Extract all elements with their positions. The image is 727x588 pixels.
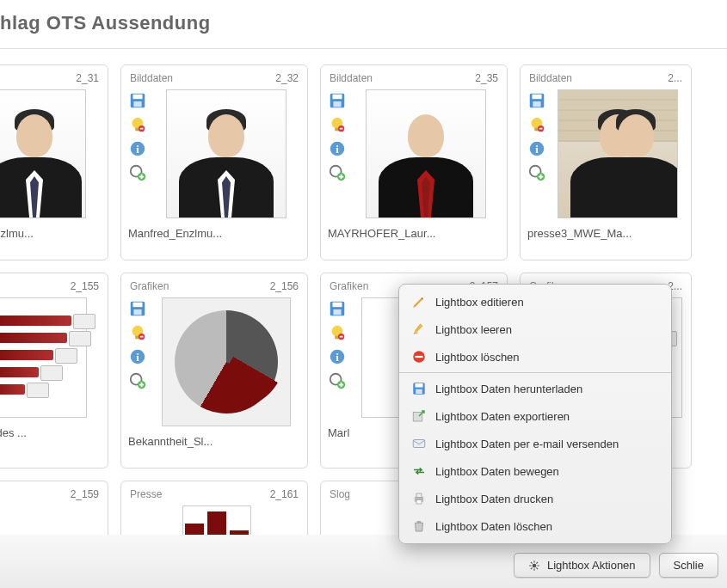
card-action-col: i: [128, 297, 147, 426]
svg-rect-22: [533, 101, 540, 107]
asset-card[interactable]: ten 2_31 ed_Enzlmu...: [0, 64, 108, 260]
card-id: 2_161: [270, 488, 299, 500]
bulb-icon[interactable]: [328, 115, 347, 134]
info-icon[interactable]: i: [328, 347, 347, 366]
info-icon[interactable]: i: [527, 139, 546, 158]
svg-rect-70: [417, 521, 422, 523]
thumbnail[interactable]: [551, 89, 684, 218]
menu-label: Lightbox Daten löschen: [435, 520, 552, 533]
svg-rect-11: [333, 95, 342, 100]
menu-email[interactable]: Lightbox Daten per e-mail versenden: [399, 430, 671, 457]
card-action-col: i: [328, 297, 347, 418]
svg-text:i: i: [336, 352, 339, 364]
card-caption: presse3_MWE_Ma...: [527, 218, 684, 240]
card-action-col: i: [328, 89, 347, 218]
save-icon[interactable]: [128, 299, 147, 318]
save-icon[interactable]: [128, 91, 147, 110]
save-icon[interactable]: [328, 299, 347, 318]
window-header: hlag OTS Aussendung: [0, 0, 727, 45]
trash-icon: [411, 518, 427, 534]
menu-export[interactable]: Lightbox Daten exportieren: [399, 402, 671, 430]
card-caption: ed_Enzlmu...: [0, 218, 101, 240]
menu-download[interactable]: Lightbox Daten herunterladen: [399, 375, 671, 402]
card-category: Slog: [330, 488, 350, 500]
print-icon: [411, 491, 427, 506]
menu-print[interactable]: Lightbox Daten drucken: [399, 485, 671, 512]
asset-card[interactable]: Bilddaten 2_35 i MAYRHOFER_Laur...: [320, 64, 508, 260]
card-id: 2_35: [475, 72, 498, 84]
pencil-icon: [411, 294, 427, 309]
svg-point-71: [533, 563, 537, 567]
svg-rect-31: [133, 303, 143, 308]
svg-rect-1: [133, 95, 143, 100]
card-caption: Bekanntheit_Sl...: [128, 426, 300, 448]
menu-label: Lightbox leeren: [435, 323, 512, 336]
svg-text:i: i: [136, 352, 139, 364]
menu-edit[interactable]: Lightbox editieren: [399, 288, 671, 315]
zoom-icon[interactable]: [128, 371, 147, 390]
svg-rect-69: [416, 500, 422, 505]
zoom-icon[interactable]: [328, 371, 347, 390]
button-label: Lightbox Aktionen: [547, 559, 636, 572]
thumbnail[interactable]: [0, 297, 101, 418]
bulb-icon[interactable]: [128, 323, 147, 342]
card-action-col: i: [128, 89, 147, 218]
menu-separator: [399, 372, 671, 373]
menu-label: Lightbox Daten exportieren: [435, 410, 570, 423]
asset-card[interactable]: en 2_155 tung_des ...: [0, 273, 108, 469]
menu-label: Lightbox Daten herunterladen: [435, 383, 582, 395]
thumbnail[interactable]: [0, 89, 101, 218]
save-icon[interactable]: [328, 91, 347, 110]
asset-card[interactable]: Bilddaten 2... i presse3_MWE_Ma...: [520, 64, 692, 260]
card-caption: Manfred_Enzlmu...: [128, 218, 300, 240]
save-icon[interactable]: [527, 91, 546, 110]
thumbnail[interactable]: [152, 89, 300, 218]
svg-rect-32: [133, 309, 141, 315]
lightbox-actions-button[interactable]: Lightbox Aktionen: [514, 553, 650, 578]
card-id: 2_155: [71, 280, 99, 292]
zoom-icon[interactable]: [328, 163, 347, 182]
zoom-icon[interactable]: [128, 163, 147, 182]
card-id: 2...: [668, 72, 682, 84]
page-title: hlag OTS Aussendung: [0, 12, 727, 34]
svg-rect-66: [413, 440, 425, 448]
info-icon[interactable]: i: [128, 139, 147, 158]
menu-data-delete[interactable]: Lightbox Daten löschen: [399, 512, 671, 540]
button-label: Schlie: [674, 559, 704, 572]
svg-rect-41: [333, 303, 342, 308]
menu-label: Lightbox Daten per e-mail versenden: [435, 438, 619, 450]
svg-rect-61: [416, 356, 423, 358]
card-id: 2_31: [76, 72, 99, 84]
svg-rect-63: [416, 383, 423, 388]
info-icon[interactable]: i: [328, 139, 347, 158]
menu-label: Lightbox löschen: [435, 351, 520, 364]
menu-clear[interactable]: Lightbox leeren: [399, 315, 671, 343]
card-category: Bilddaten: [130, 72, 173, 84]
bulb-icon[interactable]: [328, 323, 347, 342]
menu-label: Lightbox Daten drucken: [435, 493, 553, 505]
asset-card[interactable]: Bilddaten 2_32 i Manfred_Enzlmu...: [120, 64, 308, 260]
bulb-icon[interactable]: [527, 115, 546, 134]
menu-move[interactable]: Lightbox Daten bewegen: [399, 457, 671, 485]
card-category: Presse: [130, 488, 162, 500]
svg-rect-68: [416, 493, 422, 498]
close-button[interactable]: Schlie: [659, 553, 718, 578]
card-id: 2_159: [71, 488, 99, 500]
export-icon: [411, 408, 427, 424]
card-id: 2_156: [270, 280, 299, 292]
svg-text:i: i: [535, 144, 539, 156]
header-divider: [0, 48, 727, 49]
card-caption: MAYRHOFER_Laur...: [328, 218, 500, 240]
mail-icon: [411, 436, 427, 451]
menu-delete[interactable]: Lightbox löschen: [399, 343, 671, 371]
thumbnail[interactable]: [152, 297, 300, 426]
asset-card[interactable]: Grafiken 2_156 i Bekanntheit_Sl...: [120, 273, 308, 469]
menu-label: Lightbox Daten bewegen: [435, 465, 559, 478]
gear-icon: [528, 560, 540, 572]
bulb-icon[interactable]: [128, 115, 147, 134]
card-caption: tung_des ...: [0, 418, 101, 439]
zoom-icon[interactable]: [527, 163, 546, 182]
info-icon[interactable]: i: [128, 347, 147, 366]
svg-rect-64: [416, 389, 422, 394]
thumbnail[interactable]: [352, 89, 500, 218]
